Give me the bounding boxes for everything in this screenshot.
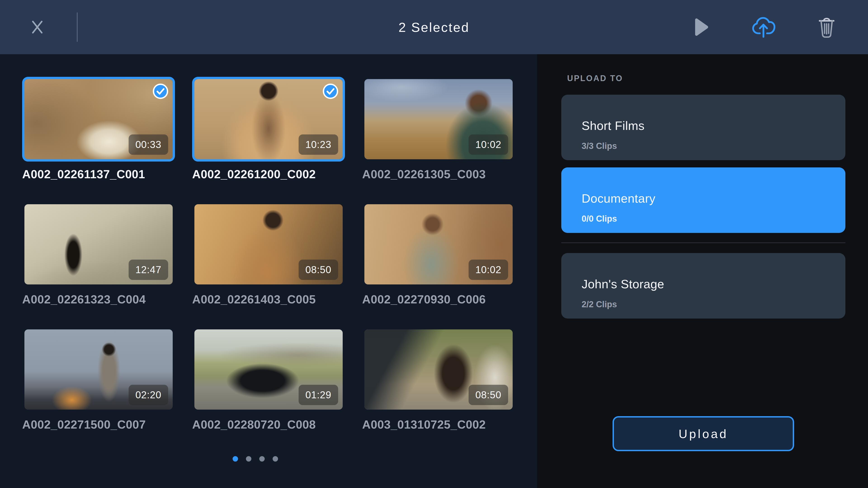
clip-card[interactable]: 00:33 A002_02261137_C001: [22, 77, 175, 181]
upload-to-heading: UPLOAD TO: [567, 74, 845, 83]
toolbar-separator: [77, 12, 78, 42]
clip-duration-badge: 02:20: [129, 385, 168, 405]
close-button[interactable]: [31, 20, 44, 35]
clip-card[interactable]: 10:02 A002_02261305_C003: [362, 77, 515, 181]
clip-thumbnail[interactable]: 08:50: [362, 327, 515, 412]
clip-filename: A002_02280720_C008: [192, 418, 345, 431]
clip-card[interactable]: 10:02 A002_02270930_C006: [362, 202, 515, 306]
play-button[interactable]: [692, 16, 711, 38]
clip-duration-badge: 10:02: [469, 260, 508, 280]
close-icon: [31, 32, 44, 35]
clip-thumbnail[interactable]: 10:23: [192, 77, 345, 162]
page-dot[interactable]: [232, 456, 238, 462]
clip-card[interactable]: 08:50 A002_02261403_C005: [192, 202, 345, 306]
toolbar-actions: [692, 0, 836, 54]
clip-grid: 00:33 A002_02261137_C001 10:23 A002_0226…: [22, 77, 515, 431]
selection-count-title: 2 Selected: [399, 20, 469, 35]
cloud-upload-icon: [751, 16, 776, 38]
page-indicator: [232, 456, 278, 462]
destination-clip-count: 2/2 Clips: [582, 300, 832, 309]
clip-card[interactable]: 12:47 A002_02261323_C004: [22, 202, 175, 306]
selected-check-icon: [152, 83, 168, 99]
clip-duration-badge: 08:50: [469, 385, 508, 405]
clip-filename: A002_02261200_C002: [192, 167, 345, 181]
destination-title: Short Films: [582, 119, 832, 133]
delete-button[interactable]: [817, 16, 836, 38]
clip-duration-badge: 01:29: [299, 385, 338, 405]
clip-thumbnail[interactable]: 00:33: [22, 77, 175, 162]
destination-short-films[interactable]: Short Films 3/3 Clips: [561, 95, 845, 160]
cloud-upload-button[interactable]: [751, 16, 776, 38]
trash-icon: [817, 16, 836, 38]
destination-list: Short Films 3/3 Clips Documentary 0/0 Cl…: [561, 95, 845, 326]
clip-duration-badge: 08:50: [299, 260, 338, 280]
clip-duration-badge: 12:47: [129, 260, 168, 280]
page-dot[interactable]: [273, 456, 278, 462]
page-dot[interactable]: [259, 456, 265, 462]
destination-title: John's Storage: [582, 277, 832, 291]
destination-documentary[interactable]: Documentary 0/0 Clips: [561, 167, 845, 233]
clip-card[interactable]: 08:50 A003_01310725_C002: [362, 327, 515, 431]
clip-library: 00:33 A002_02261137_C001 10:23 A002_0226…: [0, 54, 537, 488]
clip-duration-badge: 00:33: [129, 134, 168, 155]
clip-filename: A002_02261137_C001: [22, 167, 175, 181]
clip-filename: A002_02261305_C003: [362, 167, 515, 181]
destination-title: Documentary: [582, 191, 832, 205]
destination-divider: [561, 242, 845, 243]
clip-card[interactable]: 02:20 A002_02271500_C007: [22, 327, 175, 431]
clip-card[interactable]: 01:29 A002_02280720_C008: [192, 327, 345, 431]
destination-clip-count: 0/0 Clips: [582, 214, 832, 224]
main-content: 00:33 A002_02261137_C001 10:23 A002_0226…: [0, 54, 868, 488]
clip-filename: A002_02271500_C007: [22, 418, 175, 431]
clip-thumbnail[interactable]: 02:20: [22, 327, 175, 412]
clip-thumbnail[interactable]: 10:02: [362, 77, 515, 162]
clip-thumbnail[interactable]: 10:02: [362, 202, 515, 287]
upload-button[interactable]: Upload: [613, 416, 794, 451]
clip-filename: A002_02270930_C006: [362, 293, 515, 306]
clip-filename: A002_02261323_C004: [22, 293, 175, 306]
play-icon: [692, 16, 711, 38]
upload-sidebar: UPLOAD TO Short Films 3/3 Clips Document…: [537, 54, 868, 488]
clip-thumbnail[interactable]: 12:47: [22, 202, 175, 287]
clip-duration-badge: 10:23: [299, 134, 338, 155]
clip-thumbnail[interactable]: 01:29: [192, 327, 345, 412]
destination-johns-storage[interactable]: John's Storage 2/2 Clips: [561, 253, 845, 319]
clip-filename: A002_02261403_C005: [192, 293, 345, 306]
clip-thumbnail[interactable]: 08:50: [192, 202, 345, 287]
page-dot[interactable]: [246, 456, 251, 462]
destination-clip-count: 3/3 Clips: [582, 141, 832, 151]
clip-card[interactable]: 10:23 A002_02261200_C002: [192, 77, 345, 181]
selection-toolbar: 2 Selected: [0, 0, 868, 54]
selected-check-icon: [322, 83, 339, 99]
clip-duration-badge: 10:02: [469, 134, 508, 155]
clip-filename: A003_01310725_C002: [362, 418, 515, 431]
